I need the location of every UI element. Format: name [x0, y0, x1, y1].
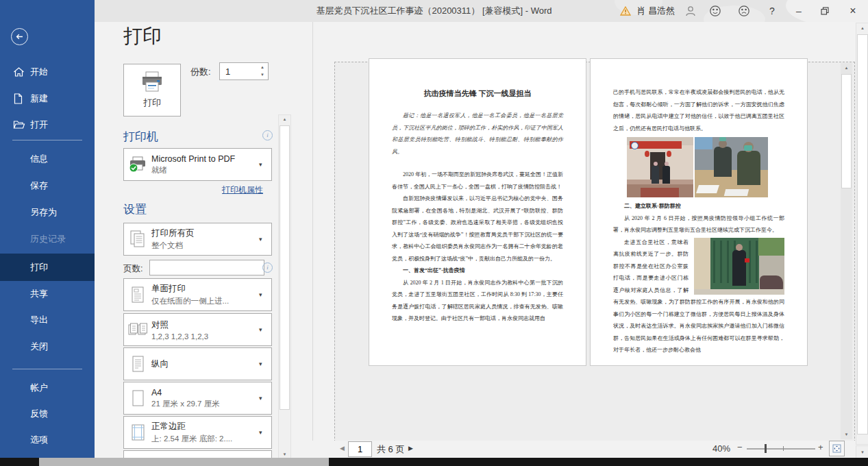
printer-properties-link[interactable]: 打印机属性 [222, 184, 263, 196]
warning-icon[interactable] [617, 0, 634, 22]
print-button[interactable]: 打印 [123, 64, 181, 116]
photo-row [627, 137, 784, 197]
pages-label: 页数: [123, 263, 142, 275]
zoom-slider-track[interactable] [747, 448, 815, 450]
preview-status-bar: ◀ 共 6 页 ▶ 40% − + [312, 441, 856, 458]
sidebar-divider [12, 140, 82, 140]
copies-stepper[interactable]: ▲ ▼ [219, 62, 269, 80]
sidebar-item-save-as[interactable]: 另存为 [0, 199, 95, 225]
zoom-slider-center-tick [783, 446, 784, 451]
sidebar-item-open[interactable]: 打开 [0, 112, 95, 138]
zoom-slider-handle[interactable] [765, 444, 767, 453]
scroll-down-icon[interactable]: ▼ [841, 432, 852, 437]
copies-increment-icon[interactable]: ▲ [258, 64, 266, 71]
backstage-sidebar: 开始 新建 打开 信息 保存 另存为 历史记录 打印 共享 导出 关闭 帐户 反… [0, 0, 95, 458]
preview-page-1: 抗击疫情当先锋 下沉一线显担当 题记：他是一名退役军人，他是一名工会委员，他是一… [369, 58, 586, 366]
sidebar-divider [12, 369, 82, 369]
chevron-down-icon: ▾ [259, 429, 271, 436]
printer-status: 就绪 [151, 165, 259, 175]
chevron-down-icon: ▾ [259, 326, 271, 333]
help-button[interactable]: ? [758, 0, 786, 22]
zoom-in-button[interactable]: + [818, 442, 823, 452]
sidebar-item-home[interactable]: 开始 [0, 59, 95, 85]
feedback-frown-icon[interactable] [730, 0, 758, 22]
open-folder-icon [13, 120, 25, 130]
sidebar-item-share[interactable]: 共享 [0, 281, 95, 307]
preview-page-2: 己的手机与居民联系，常常在半夜或凌晨都会接到居民的电话，他从无怨言，每次都耐心倾… [590, 58, 808, 366]
chevron-down-icon: ▾ [259, 291, 271, 298]
copies-label: 份数: [190, 66, 211, 78]
copies-decrement-icon[interactable]: ▼ [258, 71, 266, 79]
new-document-icon [13, 93, 23, 105]
printer-ready-icon [124, 156, 151, 173]
sidebar-item-account[interactable]: 帐户 [0, 375, 95, 401]
chevron-down-icon: ▾ [259, 395, 271, 402]
user-name[interactable]: 肖 昌浩然 [636, 5, 675, 17]
setting-orientation[interactable]: 纵向 ▾ [123, 347, 272, 380]
setting-margins[interactable]: 正常边距 上: 2.54 厘米 底部: 2.... ▾ [123, 416, 272, 449]
printer-section-header: 打印机 [123, 129, 158, 145]
window-scrollbar-down[interactable]: ▼ [856, 445, 868, 459]
zoom-level: 40% [712, 443, 730, 454]
settings-scrollbar-thumb[interactable] [280, 125, 290, 410]
current-page-input[interactable] [348, 441, 372, 457]
next-page-icon[interactable]: ▶ [408, 445, 413, 452]
window-scrollbar-thumb[interactable] [857, 34, 868, 434]
restore-button[interactable] [812, 0, 838, 22]
pages-info-icon[interactable]: i [262, 262, 273, 273]
user-avatar-icon[interactable] [680, 0, 701, 22]
zoom-out-button[interactable]: − [737, 442, 743, 452]
taskbar-window-segment[interactable] [39, 458, 329, 466]
page-title: 打印 [123, 23, 162, 49]
total-pages-label: 共 6 页 [377, 443, 404, 456]
printer-icon [140, 71, 164, 93]
sidebar-item-info[interactable]: 信息 [0, 146, 95, 172]
margins-icon [124, 423, 151, 442]
scroll-up-icon[interactable]: ▲ [841, 66, 852, 70]
close-button[interactable]: × [838, 0, 868, 22]
back-button[interactable] [11, 28, 28, 45]
preview-scrollbar[interactable]: ▲ ▼ [841, 63, 852, 439]
print-preview-area: 抗击疫情当先锋 下沉一线显担当 题记：他是一名退役军人，他是一名工会委员，他是一… [312, 22, 856, 458]
sidebar-item-options[interactable]: 选项 [0, 427, 95, 453]
taskbar-edge [0, 458, 868, 466]
photo-office-phone-call [695, 137, 768, 197]
scroll-down-icon[interactable]: ▼ [279, 452, 290, 456]
portrait-icon [124, 354, 151, 373]
settings-scrollbar[interactable]: ▲ ▼ [278, 114, 291, 459]
sidebar-item-close[interactable]: 关闭 [0, 334, 95, 360]
paper-size-icon [124, 389, 151, 408]
printer-info-icon[interactable]: i [262, 130, 273, 140]
photo-community-center [627, 137, 693, 197]
copies-input[interactable] [224, 64, 257, 79]
chevron-down-icon: ▾ [259, 161, 271, 168]
setting-collate[interactable]: 对照 1,2,3 1,2,3 1,2,3 ▾ [123, 313, 272, 346]
sidebar-item-history: 历史记录 [0, 226, 95, 252]
scroll-up-icon[interactable]: ▲ [856, 26, 868, 30]
print-button-label: 打印 [143, 97, 161, 109]
setting-duplex[interactable]: 单面打印 仅在纸面的一侧上进... ▾ [123, 278, 272, 311]
one-sided-icon [124, 285, 151, 304]
minimize-button[interactable]: – [786, 0, 812, 22]
pages-input[interactable] [149, 260, 264, 275]
scroll-up-icon[interactable]: ▲ [279, 117, 290, 121]
setting-paper-size[interactable]: A4 21 厘米 x 29.7 厘米 ▾ [123, 382, 272, 415]
doc-heading: 抗击疫情当先锋 下沉一线显担当 [392, 86, 563, 100]
titlebar: 基层党员下沉社区工作事迹（20200311） [兼容模式] - Word 肖 昌… [0, 0, 868, 22]
sidebar-item-new[interactable]: 新建 [0, 86, 95, 112]
printer-selector[interactable]: Microsoft Print to PDF 就绪 ▾ [123, 148, 272, 181]
feedback-smile-icon[interactable] [701, 0, 730, 22]
sidebar-item-save[interactable]: 保存 [0, 173, 95, 199]
sidebar-item-feedback[interactable]: 反馈 [0, 401, 95, 427]
setting-print-range[interactable]: 打印所有页 整个文档 ▾ [123, 223, 272, 256]
window-scrollbar[interactable]: ▲ [856, 23, 868, 445]
preview-scrollbar-thumb[interactable] [841, 74, 852, 188]
sidebar-item-export[interactable]: 导出 [0, 307, 95, 333]
previous-page-icon[interactable]: ◀ [340, 445, 345, 452]
chevron-down-icon: ▾ [259, 360, 271, 367]
fit-to-page-button[interactable] [829, 441, 845, 456]
chevron-down-icon: ▾ [259, 236, 271, 243]
scroll-down-icon[interactable]: ▼ [856, 450, 868, 454]
sidebar-item-print[interactable]: 打印 [0, 254, 95, 281]
photo-gate-door-check [694, 238, 784, 295]
